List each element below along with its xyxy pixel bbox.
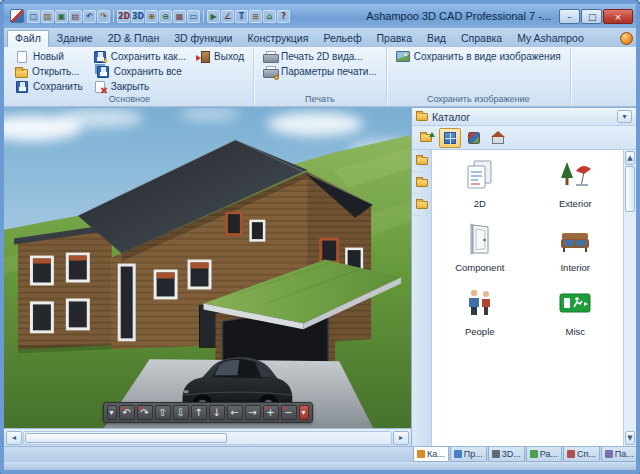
status-bar (4, 462, 636, 470)
zoom-out-icon[interactable]: ⊖ (159, 10, 172, 23)
dock-tab-3d[interactable]: 3D... (488, 447, 525, 462)
print-settings-button[interactable]: Параметры печати... (258, 64, 382, 79)
tab-help[interactable]: Справка (454, 30, 509, 47)
measure-icon[interactable]: ∠ (221, 10, 234, 23)
maximize-button[interactable]: □ (581, 9, 602, 24)
category-interior-icon (558, 222, 592, 260)
3d-viewport[interactable]: ▾ ↶ ↷ ⇧ ⇩ ↑ ↓ ← → + − ▾ (4, 108, 412, 428)
catalog-panel: Каталог ▾ (412, 108, 636, 446)
viewport-hscrollbar: ◂ ▸ (4, 428, 412, 446)
rotate-right-icon[interactable]: ↷ (137, 405, 153, 420)
view-2d-icon[interactable]: 2D (117, 10, 130, 23)
save-button[interactable]: Сохранить (10, 79, 88, 94)
tab-edit[interactable]: Правка (370, 30, 419, 47)
zoom-in-nav-icon[interactable]: + (263, 405, 279, 420)
catalog-header: Каталог ▾ (412, 108, 636, 126)
catalog-item-2d[interactable]: 2D (432, 156, 528, 220)
undo-icon[interactable]: ↶ (83, 10, 96, 23)
multiple-floppy-icon (97, 66, 109, 78)
scroll-up-icon[interactable]: ▲ (625, 151, 635, 165)
catalog-item-component[interactable]: Component (432, 220, 528, 284)
minimize-button[interactable]: – (559, 9, 580, 24)
folder-tab-1[interactable] (412, 150, 431, 172)
tab-2d-plan[interactable]: 2D & План (101, 30, 167, 47)
toolbar-separator (203, 10, 204, 22)
exit-door-icon (201, 51, 210, 63)
catalog-item-misc[interactable]: Misc (528, 284, 624, 348)
folder-tab-2[interactable] (412, 172, 431, 194)
redo-icon[interactable]: ↷ (97, 10, 110, 23)
new-document-icon[interactable]: ▢ (27, 10, 40, 23)
dock-tab-reference[interactable]: Сп... (563, 447, 600, 462)
tab-my-ashampoo[interactable]: My Ashampoo (510, 30, 591, 47)
zoom-in-icon[interactable]: ⊕ (145, 10, 158, 23)
catalog-toolbar (412, 126, 636, 150)
grid-view-icon[interactable] (439, 128, 461, 148)
home-view-icon[interactable]: ⌂ (263, 10, 276, 23)
move-down-icon[interactable]: ↓ (209, 405, 225, 420)
tab-file[interactable]: Файл (7, 30, 49, 47)
category-component-icon (463, 222, 497, 260)
tilt-down-icon[interactable]: ⇩ (173, 405, 189, 420)
scroll-left-icon[interactable]: ◂ (6, 431, 22, 445)
help-icon[interactable]: ? (277, 10, 290, 23)
move-up-icon[interactable]: ↑ (191, 405, 207, 420)
scroll-down-icon[interactable]: ▼ (625, 431, 635, 445)
catalog-folder-strip (412, 150, 432, 446)
folder-up-icon[interactable] (415, 128, 437, 148)
dock-tab-panel[interactable]: Па... (601, 447, 638, 462)
view-3d-icon[interactable]: 3D (131, 10, 144, 23)
text-icon[interactable]: T (235, 10, 248, 23)
3d-scene (4, 108, 411, 428)
print-icon[interactable]: ▤ (69, 10, 82, 23)
exit-button[interactable]: Выход (191, 49, 249, 64)
folder-tab-3[interactable] (412, 194, 431, 216)
new-button[interactable]: Новый (10, 49, 88, 64)
nav-menu-right-icon[interactable]: ▾ (299, 405, 309, 420)
dock-tab-work[interactable]: Ра... (526, 447, 562, 462)
ashampoo-logo-icon (620, 32, 633, 45)
close-project-button[interactable]: Закрыть (88, 79, 191, 94)
panel-tab-icon (605, 450, 613, 458)
catalog-item-interior[interactable]: Interior (528, 220, 624, 284)
save-as-button[interactable]: Сохранить как... (88, 49, 191, 64)
home-icon[interactable] (487, 128, 509, 148)
materials-icon[interactable] (463, 128, 485, 148)
move-left-icon[interactable]: ← (227, 405, 243, 420)
scroll-right-icon[interactable]: ▸ (393, 431, 409, 445)
open-project-icon[interactable]: ▨ (41, 10, 54, 23)
save-as-image-button[interactable]: Сохранить в виде изображения (391, 49, 566, 64)
nav-menu-left-icon[interactable]: ▾ (107, 405, 117, 420)
ruler-icon[interactable]: ▭ (187, 10, 200, 23)
save-all-button[interactable]: Сохранить все (88, 64, 191, 79)
catalog-item-exterior[interactable]: Exterior (528, 156, 624, 220)
hscroll-track (23, 431, 392, 445)
catalog-grid: 2D Exterior (432, 150, 623, 446)
tab-view[interactable]: Вид (420, 30, 453, 47)
tab-terrain[interactable]: Рельеф (316, 30, 368, 47)
open-button[interactable]: Открыть... (10, 64, 88, 79)
layers-icon[interactable]: ≡ (249, 10, 262, 23)
selection-arrow-icon[interactable]: ▶ (207, 10, 220, 23)
catalog-title: Каталог (432, 111, 470, 123)
print-2d-button[interactable]: Печать 2D вида... (258, 49, 382, 64)
rotate-left-icon[interactable]: ↶ (119, 405, 135, 420)
tab-3d-functions[interactable]: 3D функции (167, 30, 239, 47)
panel-options-icon[interactable]: ▾ (617, 110, 632, 123)
move-right-icon[interactable]: → (245, 405, 261, 420)
hscroll-thumb[interactable] (25, 433, 227, 443)
close-button[interactable]: × (603, 9, 633, 24)
zoom-out-nav-icon[interactable]: − (281, 405, 297, 420)
scrollbar-thumb[interactable] (625, 166, 635, 212)
tab-construction[interactable]: Конструкция (240, 30, 315, 47)
ribbon-group-print: Печать 2D вида... Параметры печати... Пе… (254, 48, 387, 106)
work-tab-icon (530, 450, 538, 458)
dock-tab-catalog[interactable]: Ка... (413, 447, 449, 462)
catalog-item-people[interactable]: People (432, 284, 528, 348)
tab-building[interactable]: Здание (50, 30, 100, 47)
save-icon[interactable]: ▣ (55, 10, 68, 23)
tilt-up-icon[interactable]: ⇧ (155, 405, 171, 420)
dock-tab-project[interactable]: Пр... (450, 447, 487, 462)
grid-icon[interactable]: ▦ (173, 10, 186, 23)
image-icon (396, 51, 410, 62)
